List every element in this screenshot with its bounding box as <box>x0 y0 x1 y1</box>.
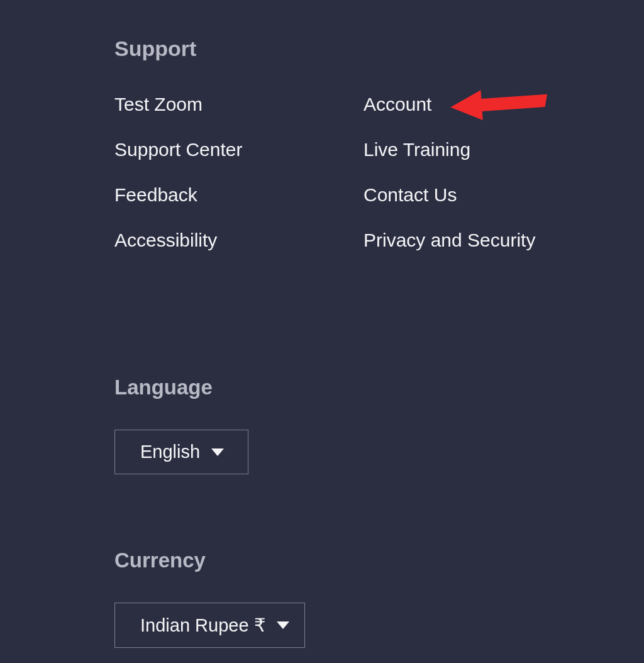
caret-down-icon <box>277 621 289 629</box>
caret-down-icon <box>211 448 224 456</box>
link-support-center[interactable]: Support Center <box>114 139 364 160</box>
currency-heading: Currency <box>114 549 644 572</box>
language-selected-label: English <box>140 442 200 462</box>
support-section: Support Test Zoom Support Center Feedbac… <box>114 36 644 251</box>
link-accessibility[interactable]: Accessibility <box>114 230 364 251</box>
link-account[interactable]: Account <box>364 94 613 115</box>
currency-selected-label: Indian Rupee ₹ <box>140 615 265 636</box>
language-section: Language English <box>114 376 644 474</box>
currency-dropdown[interactable]: Indian Rupee ₹ <box>114 603 305 648</box>
support-links-right-column: Account Live Training Contact Us Privacy… <box>364 94 613 251</box>
support-links-left-column: Test Zoom Support Center Feedback Access… <box>114 94 364 251</box>
link-test-zoom[interactable]: Test Zoom <box>114 94 364 115</box>
support-links-container: Test Zoom Support Center Feedback Access… <box>114 94 644 251</box>
link-contact-us[interactable]: Contact Us <box>364 184 613 206</box>
link-feedback[interactable]: Feedback <box>114 184 364 206</box>
link-live-training[interactable]: Live Training <box>364 139 613 160</box>
currency-section: Currency Indian Rupee ₹ <box>114 549 644 648</box>
language-heading: Language <box>114 376 644 399</box>
link-privacy-security[interactable]: Privacy and Security <box>364 230 613 251</box>
support-heading: Support <box>114 36 644 61</box>
language-dropdown[interactable]: English <box>114 430 248 474</box>
